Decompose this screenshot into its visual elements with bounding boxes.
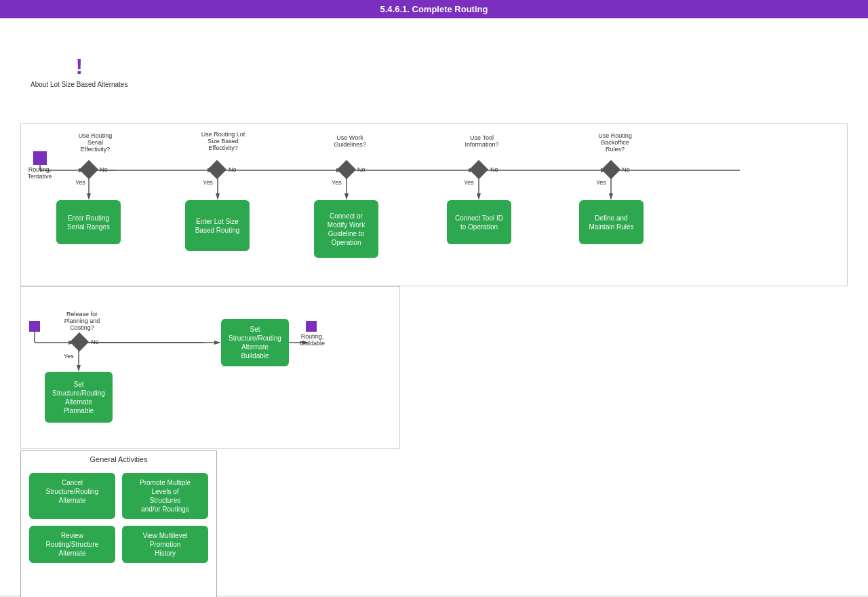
bottom-flow-area: Release forPlanning andCosting? No Yes S… <box>20 286 400 449</box>
general-activities-title: General Activities <box>21 451 216 467</box>
svg-marker-37 <box>77 365 81 372</box>
process-define-maintain-rules[interactable]: Define andMaintain Rules <box>579 200 644 244</box>
diamond-3 <box>337 160 356 179</box>
no-label-4: No <box>490 166 498 173</box>
general-activities-panel: General Activities CancelStructure/Routi… <box>20 450 217 597</box>
diamond-4 <box>469 160 488 179</box>
decision-label-6: Release forPlanning andCosting? <box>55 311 109 331</box>
yes-label-6: Yes <box>64 353 74 360</box>
svg-marker-21 <box>87 193 91 200</box>
yes-label-1: Yes <box>75 179 85 186</box>
terminator-bottom <box>29 321 40 332</box>
yes-label-4: Yes <box>464 179 474 186</box>
process-connect-tool-id[interactable]: Connect Tool IDto Operation <box>447 200 511 244</box>
about-label: About Lot Size Based Alternates <box>31 80 127 89</box>
ga-promote-multiple[interactable]: Promote MultipleLevels ofStructuresand/o… <box>122 473 208 519</box>
no-label-1: No <box>100 166 108 173</box>
page-title: 5.4.6.1. Complete Routing <box>0 0 868 18</box>
exclamation-icon: ! <box>75 56 83 77</box>
routing-tentative-label: Routing,Tentative <box>21 166 58 180</box>
svg-marker-25 <box>344 193 349 200</box>
ga-cancel-structure[interactable]: CancelStructure/RoutingAlternate <box>29 473 115 519</box>
no-label-5: No <box>622 166 630 173</box>
yes-label-3: Yes <box>332 179 342 186</box>
process-set-routing-buildable[interactable]: SetStructure/RoutingAlternateBuildable <box>221 319 289 366</box>
svg-marker-29 <box>609 193 613 200</box>
general-activities-grid: CancelStructure/RoutingAlternate Promote… <box>21 467 216 569</box>
diamond-1 <box>79 160 98 179</box>
process-enter-lot-size-based-routing[interactable]: Enter Lot Size Based Routing <box>185 200 250 251</box>
no-label-2: No <box>229 166 237 173</box>
no-label-3: No <box>357 166 366 173</box>
process-set-routing-plannable[interactable]: SetStructure/RoutingAlternatePlannable <box>45 372 113 423</box>
process-enter-routing-serial-ranges[interactable]: Enter RoutingSerial Ranges <box>56 200 121 244</box>
decision-label-3: Use WorkGuidelines? <box>326 134 374 148</box>
svg-marker-35 <box>214 341 221 345</box>
no-label-6: No <box>91 339 99 345</box>
diamond-5 <box>601 160 620 179</box>
ga-review-routing[interactable]: ReviewRouting/StructureAlternate <box>29 526 115 563</box>
about-section: ! About Lot Size Based Alternates <box>31 56 127 89</box>
top-flow-area: Routing,Tentative Use RoutingSerialEffec… <box>20 123 848 286</box>
ga-view-multilevel[interactable]: View MultilevelPromotionHistory <box>122 526 208 563</box>
process-connect-work-guideline[interactable]: Connect orModify WorkGuideline toOperati… <box>314 200 378 258</box>
decision-label-4: Use ToolInformation? <box>456 134 507 148</box>
routing-buildable-label: Routing,Buildable <box>297 333 328 347</box>
svg-marker-27 <box>477 193 481 200</box>
yes-label-5: Yes <box>596 179 606 186</box>
svg-marker-23 <box>216 193 220 200</box>
yes-label-2: Yes <box>203 179 213 186</box>
decision-label-5: Use RoutingBackofficeRules? <box>588 132 642 153</box>
decision-label-2: Use Routing LotSize BasedEffectivity? <box>196 131 250 151</box>
diamond-2 <box>208 160 226 179</box>
diamond-6 <box>70 332 89 351</box>
terminator-routing-buildable <box>306 321 317 332</box>
decision-label-1: Use RoutingSerialEffectivity? <box>70 132 121 153</box>
terminator-routing-tentative <box>33 151 47 165</box>
